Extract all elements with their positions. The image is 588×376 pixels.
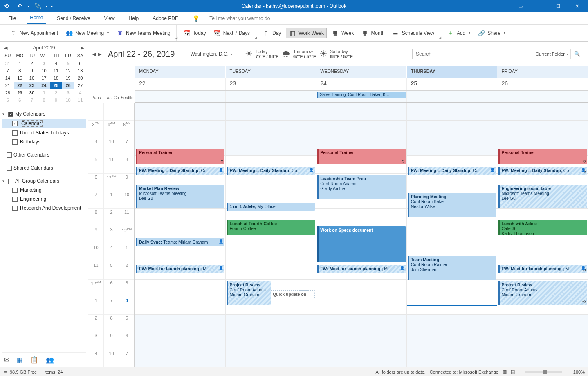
day-view-button[interactable]: ▯Day bbox=[260, 28, 283, 38]
day-number[interactable]: 23 bbox=[226, 78, 316, 90]
week-button[interactable]: ▦Week bbox=[329, 28, 356, 38]
event[interactable]: 1 on 1 Adele; My Office bbox=[227, 203, 315, 211]
event[interactable]: Quick update on bbox=[271, 290, 315, 298]
mini-day[interactable]: 23 bbox=[26, 82, 38, 89]
marketing-item[interactable]: Marketing bbox=[2, 186, 86, 195]
event[interactable]: Leadership Team PrepConf Room AdamsGrady… bbox=[317, 175, 406, 199]
day-number[interactable]: 25 bbox=[407, 78, 498, 90]
day-header[interactable]: TUESDAY bbox=[226, 66, 316, 78]
share-button[interactable]: 🔗Share▾ bbox=[475, 28, 508, 38]
event[interactable]: Planning MeetingConf Room BakerNestor Wi… bbox=[408, 193, 496, 217]
mini-day[interactable]: 18 bbox=[50, 74, 62, 82]
search-scope-dropdown[interactable]: Current Folder▾ bbox=[533, 49, 570, 59]
qat-customize[interactable]: ▾ bbox=[51, 4, 53, 9]
sync-icon[interactable]: ⟲ bbox=[2, 3, 11, 9]
mini-day[interactable]: 2 bbox=[26, 60, 38, 67]
ribbon-options-icon[interactable]: ▭ bbox=[511, 0, 530, 12]
mini-day[interactable]: 6 bbox=[14, 96, 26, 104]
menu-help[interactable]: Help bbox=[126, 14, 142, 23]
mini-day[interactable]: 30 bbox=[26, 89, 38, 96]
day-column[interactable]: Personal Trainer⟲Leadership Team PrepCon… bbox=[316, 103, 407, 367]
day-number[interactable]: 26 bbox=[497, 78, 588, 90]
zoom-out-icon[interactable]: − bbox=[519, 369, 521, 374]
mini-day[interactable]: 8 bbox=[38, 96, 50, 104]
event[interactable]: Market Plan ReviewMicrosoft Teams Meetin… bbox=[136, 185, 224, 208]
mini-day[interactable]: 1 bbox=[14, 60, 26, 67]
mini-day[interactable]: 15 bbox=[14, 74, 26, 82]
mini-day[interactable]: 3 bbox=[62, 89, 74, 96]
mini-day[interactable]: 11 bbox=[74, 96, 86, 104]
event[interactable]: Engineering round tableMicrosoft Teams M… bbox=[498, 185, 587, 208]
tasks-nav-icon[interactable]: 📋 bbox=[30, 356, 38, 364]
my-calendars-group[interactable]: ▾✓My Calendars bbox=[2, 110, 86, 119]
search-icon[interactable]: 🔍 bbox=[570, 49, 584, 59]
today-button[interactable]: 📅Today bbox=[181, 28, 209, 38]
all-group-calendars[interactable]: ▾All Group Calendars bbox=[2, 177, 86, 186]
checkbox-checked-icon[interactable]: ✓ bbox=[12, 121, 18, 126]
event[interactable]: FW: Meeting -- Daily Standup; Co👤 bbox=[408, 167, 496, 175]
day-number[interactable]: 22 bbox=[135, 78, 226, 90]
minimize-icon[interactable]: — bbox=[530, 0, 549, 12]
undo-icon[interactable]: ↶ bbox=[15, 3, 25, 9]
engineering-item[interactable]: Engineering bbox=[2, 195, 86, 204]
mini-day[interactable]: 3 bbox=[38, 60, 50, 67]
menu-file[interactable]: File bbox=[5, 14, 19, 23]
allday-fri[interactable] bbox=[497, 91, 588, 102]
day-column[interactable]: Personal Trainer⟲FW: Meeting -- Daily St… bbox=[497, 103, 588, 367]
event[interactable]: FW: Meeting -- Daily Standup; Co👤 bbox=[227, 167, 315, 175]
mini-day[interactable]: 10 bbox=[38, 67, 50, 74]
event[interactable]: FW: Meet for launch planning ; M👤 bbox=[136, 265, 224, 273]
zoom-in-icon[interactable]: + bbox=[566, 369, 569, 374]
mini-day[interactable]: 8 bbox=[14, 67, 26, 74]
zoom-slider[interactable] bbox=[525, 371, 562, 373]
birthdays-item[interactable]: Birthdays bbox=[2, 137, 86, 146]
mini-day[interactable]: 9 bbox=[50, 96, 62, 104]
mini-day[interactable]: 7 bbox=[26, 96, 38, 104]
add-button[interactable]: ＋Add▾ bbox=[444, 28, 473, 38]
event[interactable]: FW: Meeting -- Daily Standup; Co👤 bbox=[136, 167, 224, 175]
undo-dropdown[interactable]: ▾ bbox=[28, 4, 29, 8]
maximize-icon[interactable]: ☐ bbox=[549, 0, 568, 12]
event[interactable]: Project ReviewConf Room AdamsMiriam Grah… bbox=[498, 281, 587, 305]
allday-thu[interactable] bbox=[407, 91, 498, 102]
mini-day[interactable]: 13 bbox=[74, 67, 86, 74]
day-column[interactable]: Personal Trainer⟲FW: Meeting -- Daily St… bbox=[135, 103, 226, 367]
view-reading-icon[interactable]: ▤ bbox=[511, 369, 515, 374]
work-week-button[interactable]: ▥Work Week bbox=[286, 28, 327, 38]
checkbox-icon[interactable] bbox=[12, 206, 18, 211]
day-header[interactable]: MONDAY bbox=[135, 66, 226, 78]
mini-day[interactable]: 4 bbox=[50, 60, 62, 67]
mini-day[interactable]: 1 bbox=[38, 89, 50, 96]
calendar-item[interactable]: ✓Calendar bbox=[2, 119, 86, 128]
checkbox-icon[interactable] bbox=[12, 130, 18, 136]
mini-day[interactable]: 24 bbox=[38, 82, 50, 89]
mini-day[interactable]: 14 bbox=[2, 74, 14, 82]
mini-day[interactable]: 16 bbox=[26, 74, 38, 82]
mini-day[interactable]: 9 bbox=[26, 67, 38, 74]
mini-day[interactable]: 10 bbox=[62, 96, 74, 104]
mini-day[interactable]: 22 bbox=[14, 82, 26, 89]
day-number[interactable]: 24 bbox=[316, 78, 407, 90]
mini-day[interactable]: 5 bbox=[2, 96, 14, 104]
allday-wed[interactable]: Sales Training; Conf Room Baker; K… bbox=[316, 91, 407, 102]
us-holidays-item[interactable]: United States holidays bbox=[2, 128, 86, 137]
event[interactable]: Daily Sync; Teams; Miriam Graham👤 bbox=[136, 238, 224, 246]
schedule-view-button[interactable]: ☰Schedule View bbox=[390, 28, 437, 38]
event[interactable]: Work on Specs document bbox=[317, 226, 406, 262]
mini-day[interactable]: 19 bbox=[62, 74, 74, 82]
menu-home[interactable]: Home bbox=[27, 13, 46, 24]
day-header[interactable]: FRIDAY bbox=[497, 66, 588, 78]
qat-dropdown[interactable]: ▾ bbox=[46, 4, 47, 8]
mini-day[interactable]: 26 bbox=[62, 82, 74, 89]
event[interactable]: FW: Meeting -- Daily Standup; Co⟲👤 bbox=[498, 167, 587, 175]
mail-nav-icon[interactable]: ✉ bbox=[4, 356, 9, 364]
allday-event[interactable]: Sales Training; Conf Room Baker; K… bbox=[317, 92, 406, 98]
ribbon-collapse-icon[interactable]: ⌄ bbox=[579, 31, 584, 35]
mini-day[interactable]: 2 bbox=[50, 89, 62, 96]
event[interactable]: Project ReviewConf Room AdamsMiriam Grah… bbox=[227, 281, 271, 305]
prev-week-icon[interactable]: ◀ bbox=[92, 51, 96, 57]
mini-day[interactable]: 5 bbox=[62, 60, 74, 67]
menu-send-receive[interactable]: Send / Receive bbox=[54, 14, 93, 23]
close-icon[interactable]: ✕ bbox=[568, 0, 586, 12]
day-column[interactable]: FW: Meeting -- Daily Standup; Co👤Plannin… bbox=[407, 103, 498, 367]
